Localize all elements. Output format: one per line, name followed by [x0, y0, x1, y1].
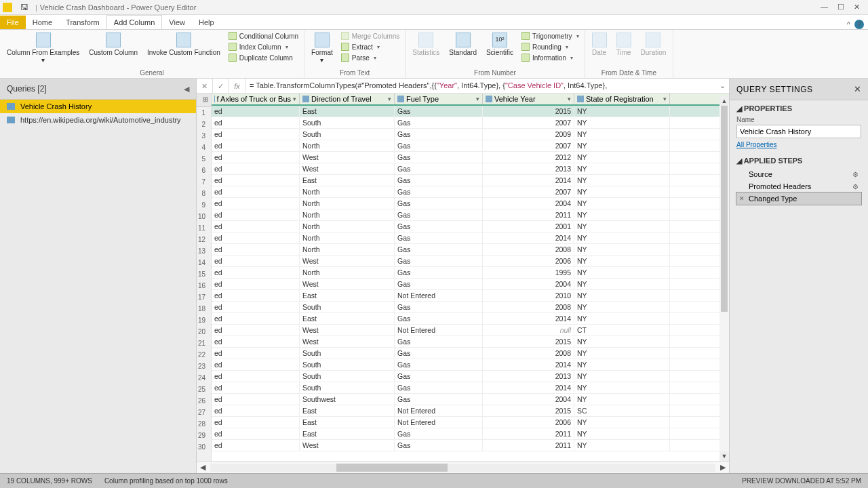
- column-header-year[interactable]: Vehicle Year▾: [483, 94, 574, 104]
- table-row[interactable]: edNorthGas2007NY: [212, 186, 729, 198]
- custom-column-button[interactable]: Custom Column: [86, 31, 140, 58]
- table-row[interactable]: edWestGas2013NY: [212, 163, 729, 175]
- tab-file[interactable]: File: [0, 16, 26, 29]
- table-row[interactable]: edWestNot EnterednullCT: [212, 325, 729, 336]
- horizontal-scrollbar[interactable]: ◀ ▶: [197, 461, 729, 473]
- scroll-right-icon[interactable]: ▶: [717, 463, 729, 472]
- table-row[interactable]: edWestGas2011NY: [212, 440, 729, 451]
- column-header-fuel[interactable]: Fuel Type▾: [395, 94, 483, 104]
- status-bar: 19 COLUMNS, 999+ ROWS Column profiling b…: [0, 473, 868, 488]
- ribbon-collapse-icon[interactable]: ^: [847, 20, 850, 28]
- table-row[interactable]: edSouthGas2008NY: [212, 302, 729, 313]
- tab-add-column[interactable]: Add Column: [106, 15, 163, 29]
- table-row[interactable]: edSouthGas2013NY: [212, 371, 729, 382]
- ribbon-tabs: File Home Transform Add Column View Help…: [0, 15, 868, 30]
- table-corner-icon[interactable]: ⊞: [197, 94, 211, 107]
- queries-collapse-icon[interactable]: ◀: [184, 85, 189, 94]
- tab-view[interactable]: View: [162, 16, 192, 29]
- close-icon[interactable]: ✕: [854, 84, 862, 94]
- all-properties-link[interactable]: All Properties: [736, 141, 776, 148]
- formula-cancel-icon[interactable]: ✕: [197, 79, 213, 93]
- table-row[interactable]: edEastNot Entered2010NY: [212, 290, 729, 302]
- gear-icon[interactable]: ⚙: [852, 183, 859, 190]
- extract-button[interactable]: Extract▾: [340, 42, 401, 52]
- filter-icon[interactable]: ▾: [476, 96, 479, 102]
- table-row[interactable]: edNorthGas2001NY: [212, 221, 729, 232]
- invoke-custom-function-button[interactable]: Invoke Custom Function: [144, 31, 223, 58]
- table-row[interactable]: edWestGas2004NY: [212, 279, 729, 290]
- type-icon: [302, 96, 309, 102]
- row-number-gutter: ⊞ 12345678910111213141516171819202122232…: [197, 94, 212, 461]
- save-icon[interactable]: 🖫: [20, 3, 28, 12]
- table-row[interactable]: edNorthGas1995NY: [212, 267, 729, 279]
- applied-step[interactable]: Source⚙: [736, 168, 861, 180]
- table-row[interactable]: edWestGas2012NY: [212, 152, 729, 163]
- column-header-axles[interactable]: f Axles of Truck or Bus▾: [212, 94, 300, 104]
- scroll-up-icon[interactable]: ▲: [719, 96, 729, 106]
- scrollbar-thumb[interactable]: [721, 106, 728, 312]
- table-body[interactable]: edEastGas2015NYedSouthGas2007NYedSouthGa…: [212, 106, 729, 451]
- applied-step[interactable]: Promoted Headers⚙: [736, 180, 861, 192]
- parse-button[interactable]: Parse▾: [340, 53, 401, 62]
- filter-icon[interactable]: ▾: [293, 96, 296, 102]
- tab-transform[interactable]: Transform: [59, 16, 106, 29]
- information-button[interactable]: Information▾: [520, 53, 580, 62]
- table-row[interactable]: edEastGas2011NY: [212, 428, 729, 440]
- scroll-down-icon[interactable]: ▼: [719, 451, 729, 461]
- table-row[interactable]: edWestGas2006NY: [212, 256, 729, 267]
- format-button[interactable]: Format▾: [309, 31, 336, 65]
- table-row[interactable]: edNorthGas2004NY: [212, 198, 729, 209]
- table-row[interactable]: edSouthGas2008NY: [212, 348, 729, 359]
- scientific-button[interactable]: 10²Scientific: [484, 31, 516, 58]
- type-icon: [577, 96, 584, 102]
- table-row[interactable]: edNorthGas2014NY: [212, 232, 729, 244]
- formula-accept-icon[interactable]: ✓: [213, 79, 229, 93]
- table-row[interactable]: edEastNot Entered2006NY: [212, 417, 729, 428]
- table-row[interactable]: edSouthGas2014NY: [212, 359, 729, 371]
- tab-home[interactable]: Home: [26, 16, 59, 29]
- formula-dropdown-icon[interactable]: ⌄: [715, 81, 729, 90]
- filter-icon[interactable]: ▾: [388, 96, 391, 102]
- applied-step[interactable]: Changed Type: [736, 192, 861, 205]
- query-item[interactable]: https://en.wikipedia.org/wiki/Automotive…: [0, 113, 196, 127]
- table-row[interactable]: edNorthGas2011NY: [212, 209, 729, 221]
- duplicate-column-button[interactable]: Duplicate Column: [227, 53, 300, 62]
- scrollbar-thumb[interactable]: [336, 464, 448, 472]
- standard-button[interactable]: Standard: [446, 31, 479, 58]
- table-row[interactable]: edNorthGas2007NY: [212, 140, 729, 152]
- table-row[interactable]: edEastNot Entered2015SC: [212, 405, 729, 417]
- close-button[interactable]: ✕: [854, 3, 860, 12]
- table-row[interactable]: edSouthwestGas2004NY: [212, 394, 729, 405]
- trigonometry-button[interactable]: Trigonometry▾: [520, 31, 580, 41]
- table-row[interactable]: edNorthGas2008NY: [212, 244, 729, 256]
- index-column-button[interactable]: Index Column▾: [227, 42, 300, 52]
- minimize-button[interactable]: —: [821, 3, 828, 12]
- gear-icon[interactable]: ⚙: [852, 171, 859, 178]
- ribbon: Column From Examples▾ Custom Column Invo…: [0, 30, 868, 79]
- table-row[interactable]: edEastGas2014NY: [212, 313, 729, 325]
- table-row[interactable]: edSouthGas2014NY: [212, 382, 729, 394]
- query-name-input[interactable]: [736, 125, 861, 138]
- table-row[interactable]: edWestGas2015NY: [212, 336, 729, 348]
- formula-fx-icon[interactable]: fx: [229, 79, 245, 93]
- table-row[interactable]: edEastGas2015NY: [212, 106, 729, 117]
- query-item[interactable]: Vehicle Crash History: [0, 100, 196, 113]
- table-row[interactable]: edSouthGas2007NY: [212, 117, 729, 129]
- table-row[interactable]: edEastGas2014NY: [212, 175, 729, 186]
- column-from-examples-button[interactable]: Column From Examples▾: [4, 31, 82, 65]
- conditional-column-button[interactable]: Conditional Column: [227, 31, 300, 41]
- help-icon[interactable]: ?: [854, 20, 864, 29]
- maximize-button[interactable]: ☐: [837, 3, 844, 12]
- formula-bar[interactable]: = Table.TransformColumnTypes(#"Promoted …: [245, 81, 715, 90]
- vertical-scrollbar[interactable]: ▲ ▼: [719, 106, 729, 461]
- column-header-state[interactable]: State of Registration▾: [574, 94, 670, 104]
- filter-icon[interactable]: ▾: [663, 96, 667, 102]
- filter-icon[interactable]: ▾: [568, 96, 571, 102]
- ribbon-group-general-label: General: [4, 69, 300, 78]
- tab-help[interactable]: Help: [192, 16, 221, 29]
- column-header-direction[interactable]: Direction of Travel▾: [300, 94, 395, 104]
- rounding-button[interactable]: Rounding▾: [520, 42, 580, 52]
- scroll-left-icon[interactable]: ◀: [197, 463, 209, 472]
- table-row[interactable]: edSouthGas2009NY: [212, 129, 729, 140]
- table-icon: [7, 103, 15, 110]
